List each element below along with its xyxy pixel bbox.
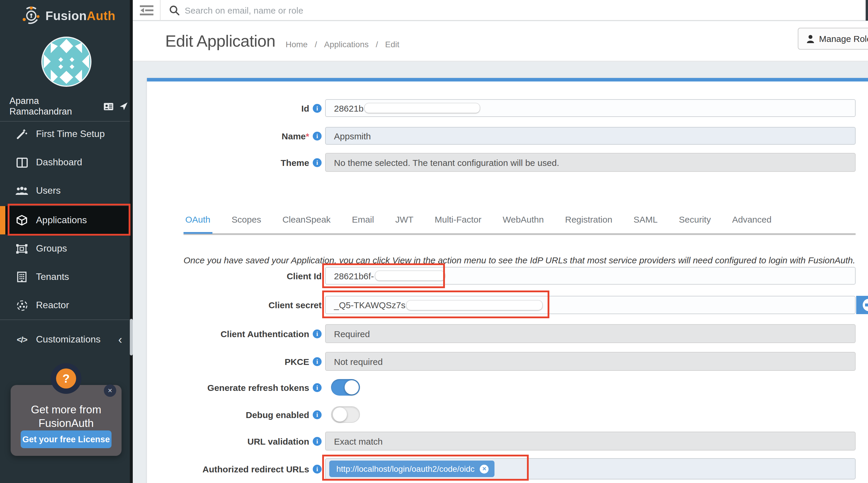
tab-email[interactable]: Email xyxy=(350,214,376,234)
info-icon[interactable] xyxy=(313,132,321,140)
content-area: Id 28621b Name* Appsmith Theme No theme … xyxy=(133,61,868,483)
generate-refresh-tokens-toggle[interactable] xyxy=(331,379,360,396)
promo-close-icon[interactable] xyxy=(104,385,116,397)
search-input[interactable] xyxy=(185,5,433,16)
tab-saml[interactable]: SAML xyxy=(632,214,659,234)
user-name: Aparna Ramachandran xyxy=(9,96,98,117)
breadcrumb-separator: / xyxy=(376,39,378,49)
search-bar xyxy=(169,0,433,21)
tab-webauthn[interactable]: WebAuthn xyxy=(501,214,546,234)
promo-card: Get more from FusionAuth Get your free L… xyxy=(11,385,122,456)
tab-advanced[interactable]: Advanced xyxy=(730,214,773,234)
remove-chip-icon[interactable] xyxy=(480,464,489,473)
redacted-value xyxy=(365,103,480,113)
fusionauth-logo: FusionAuth xyxy=(23,5,115,27)
toggle-knob xyxy=(345,380,359,394)
info-icon[interactable] xyxy=(313,158,321,167)
sidebar-item-first-time-setup[interactable]: First Time Setup xyxy=(0,121,130,147)
sidebar-item-users[interactable]: Users xyxy=(0,178,130,204)
sidebar-divider xyxy=(0,319,130,320)
dashboard-icon xyxy=(16,158,28,167)
help-bubble[interactable] xyxy=(51,363,82,394)
sidebar-item-dashboard[interactable]: Dashboard xyxy=(0,149,130,175)
name-field[interactable]: Appsmith xyxy=(325,127,856,145)
info-icon[interactable] xyxy=(313,437,321,446)
authorized-redirect-urls-field[interactable]: http://localhost/login/oauth2/code/oidc xyxy=(325,458,856,479)
tab-cleanspeak[interactable]: CleanSpeak xyxy=(281,214,332,234)
info-icon[interactable] xyxy=(313,464,321,473)
page-title: Edit Application xyxy=(165,32,275,51)
info-icon[interactable] xyxy=(313,329,321,338)
sidebar-item-tenants[interactable]: Tenants xyxy=(0,264,130,290)
groups-icon xyxy=(16,244,28,254)
tab-scopes[interactable]: Scopes xyxy=(230,214,263,234)
wand-icon xyxy=(16,128,28,140)
sidebar-item-reactor[interactable]: Reactor xyxy=(0,292,130,318)
person-icon xyxy=(807,34,814,43)
topbar xyxy=(133,0,868,21)
tab-security[interactable]: Security xyxy=(677,214,713,234)
card-accent-bar xyxy=(147,78,868,82)
client-authentication-select[interactable]: Required xyxy=(325,324,856,343)
sidebar-scrollbar-track xyxy=(130,0,133,483)
debug-enabled-toggle[interactable] xyxy=(331,406,360,423)
topbar-divider xyxy=(160,0,160,21)
application-form-card: Id 28621b Name* Appsmith Theme No theme … xyxy=(147,78,868,483)
get-free-license-button[interactable]: Get your free License xyxy=(21,430,112,448)
info-icon[interactable] xyxy=(313,357,321,366)
id-card-icon[interactable] xyxy=(104,103,113,110)
info-icon[interactable] xyxy=(313,410,321,419)
user-row: Aparna Ramachandran xyxy=(9,96,127,117)
fusionauth-logo-icon xyxy=(23,6,40,25)
tab-oauth[interactable]: OAuth xyxy=(184,214,212,234)
tab-jwt[interactable]: JWT xyxy=(394,214,415,234)
theme-label: Theme xyxy=(147,153,321,172)
pkce-select[interactable]: Not required xyxy=(325,352,856,371)
page-scrollbar-thumb[interactable] xyxy=(866,0,868,21)
collapse-menu-icon[interactable] xyxy=(140,5,153,16)
fusionauth-admin: FusionAuth Aparna Ramachandran xyxy=(0,0,868,483)
sidebar-item-applications[interactable]: Applications xyxy=(0,206,130,234)
regenerate-secret-button[interactable] xyxy=(856,296,868,314)
regenerate-icon xyxy=(863,299,868,311)
breadcrumb: Home / Applications / Edit xyxy=(286,39,400,49)
client-secret-label: Client secret xyxy=(147,296,321,314)
authorized-redirect-urls-label: Authorized redirect URLs xyxy=(147,458,321,479)
client-id-field[interactable]: 28621b6f- xyxy=(325,267,856,285)
breadcrumb-edit: Edit xyxy=(385,39,399,49)
avatar xyxy=(41,37,91,87)
fusionauth-logo-text: FusionAuth xyxy=(45,9,115,23)
search-icon xyxy=(169,5,179,16)
send-icon[interactable] xyxy=(120,102,127,110)
id-label: Id xyxy=(147,99,321,117)
tab-bar: OAuth Scopes CleanSpeak Email JWT Multi-… xyxy=(184,214,773,234)
sidebar-item-groups[interactable]: Groups xyxy=(0,235,130,262)
tab-registration[interactable]: Registration xyxy=(563,214,614,234)
tenants-icon xyxy=(16,272,28,282)
manage-roles-button[interactable]: Manage Roles xyxy=(798,28,868,50)
client-id-label: Client Id xyxy=(147,267,321,285)
generate-refresh-tokens-label: Generate refresh tokens xyxy=(147,379,321,396)
id-field[interactable]: 28621b xyxy=(325,99,856,117)
debug-enabled-label: Debug enabled xyxy=(147,406,321,423)
sidebar-scrollbar-thumb[interactable] xyxy=(129,319,132,356)
users-icon xyxy=(16,186,28,195)
breadcrumb-applications[interactable]: Applications xyxy=(324,39,369,49)
chevron-left-icon[interactable]: ‹ xyxy=(118,337,122,342)
client-authentication-label: Client Authentication xyxy=(147,324,321,343)
sidebar-item-customizations[interactable]: </> Customizations ‹ xyxy=(0,326,130,352)
reactor-icon xyxy=(16,300,28,311)
breadcrumb-separator: / xyxy=(315,39,317,49)
info-icon[interactable] xyxy=(313,104,321,112)
redacted-value xyxy=(407,300,542,310)
breadcrumb-home[interactable]: Home xyxy=(286,39,308,49)
client-secret-field[interactable]: _Q5-TKAWQSz7s xyxy=(325,296,856,314)
redacted-value xyxy=(375,271,445,281)
active-nav-accent xyxy=(0,206,5,234)
url-validation-select[interactable]: Exact match xyxy=(325,432,856,451)
toggle-knob xyxy=(333,407,347,422)
pkce-label: PKCE xyxy=(147,352,321,371)
info-icon[interactable] xyxy=(313,383,321,392)
tab-multi-factor[interactable]: Multi-Factor xyxy=(433,214,483,234)
theme-field[interactable]: No theme selected. The tenant configurat… xyxy=(325,153,856,172)
